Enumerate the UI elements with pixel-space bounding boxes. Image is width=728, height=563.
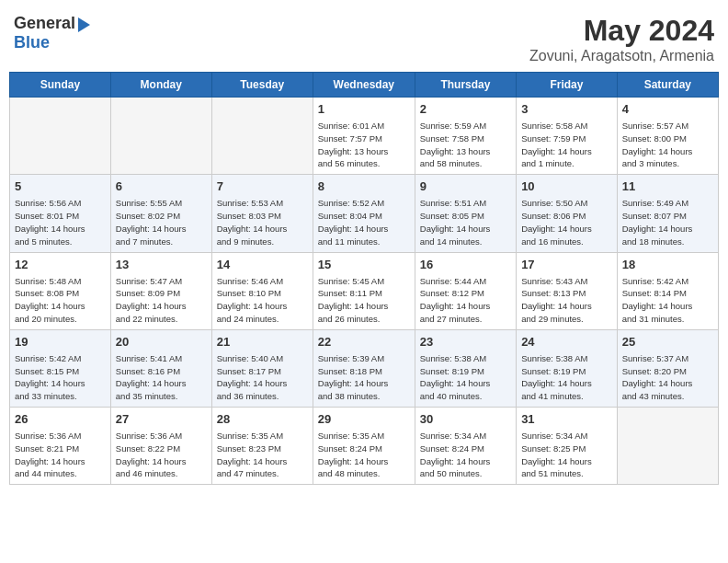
calendar-table: Sunday Monday Tuesday Wednesday Thursday… xyxy=(9,72,719,485)
calendar-cell: 13Sunrise: 5:47 AM Sunset: 8:09 PM Dayli… xyxy=(110,252,211,329)
day-number: 12 xyxy=(15,257,106,273)
day-info: Sunrise: 5:55 AM Sunset: 8:02 PM Dayligh… xyxy=(116,197,207,247)
col-friday: Friday xyxy=(517,73,618,98)
calendar-cell xyxy=(617,408,718,485)
calendar-cell: 2Sunrise: 5:59 AM Sunset: 7:58 PM Daylig… xyxy=(415,98,516,175)
calendar-cell: 23Sunrise: 5:38 AM Sunset: 8:19 PM Dayli… xyxy=(415,329,516,407)
day-info: Sunrise: 5:48 AM Sunset: 8:08 PM Dayligh… xyxy=(15,275,106,326)
day-info: Sunrise: 5:35 AM Sunset: 8:23 PM Dayligh… xyxy=(217,430,308,480)
calendar-header-row: Sunday Monday Tuesday Wednesday Thursday… xyxy=(10,73,719,98)
day-info: Sunrise: 5:56 AM Sunset: 8:01 PM Dayligh… xyxy=(15,197,106,247)
col-saturday: Saturday xyxy=(617,73,718,98)
calendar-cell: 7Sunrise: 5:53 AM Sunset: 8:03 PM Daylig… xyxy=(211,175,313,252)
calendar-cell: 17Sunrise: 5:43 AM Sunset: 8:13 PM Dayli… xyxy=(517,252,618,329)
calendar-cell: 9Sunrise: 5:51 AM Sunset: 8:05 PM Daylig… xyxy=(415,175,516,252)
logo-blue: Blue xyxy=(14,33,50,52)
calendar-cell: 11Sunrise: 5:49 AM Sunset: 8:07 PM Dayli… xyxy=(617,175,718,252)
day-number: 27 xyxy=(116,411,207,428)
calendar-cell: 15Sunrise: 5:45 AM Sunset: 8:11 PM Dayli… xyxy=(313,252,415,329)
calendar-cell: 14Sunrise: 5:46 AM Sunset: 8:10 PM Dayli… xyxy=(211,252,313,329)
day-info: Sunrise: 5:34 AM Sunset: 8:25 PM Dayligh… xyxy=(521,430,612,480)
calendar-cell: 28Sunrise: 5:35 AM Sunset: 8:23 PM Dayli… xyxy=(211,408,313,485)
calendar-cell: 31Sunrise: 5:34 AM Sunset: 8:25 PM Dayli… xyxy=(517,408,618,485)
day-info: Sunrise: 5:43 AM Sunset: 8:13 PM Dayligh… xyxy=(521,275,612,326)
day-number: 14 xyxy=(217,257,308,273)
calendar-cell: 19Sunrise: 5:42 AM Sunset: 8:15 PM Dayli… xyxy=(10,329,111,407)
day-info: Sunrise: 5:36 AM Sunset: 8:21 PM Dayligh… xyxy=(15,430,106,480)
calendar-cell: 25Sunrise: 5:37 AM Sunset: 8:20 PM Dayli… xyxy=(617,329,718,407)
day-number: 1 xyxy=(318,101,410,118)
col-tuesday: Tuesday xyxy=(211,73,313,98)
day-number: 16 xyxy=(420,257,511,273)
day-number: 5 xyxy=(15,178,106,195)
calendar-week-row: 12Sunrise: 5:48 AM Sunset: 8:08 PM Dayli… xyxy=(10,252,719,329)
day-number: 18 xyxy=(622,257,713,273)
calendar-cell: 24Sunrise: 5:38 AM Sunset: 8:19 PM Dayli… xyxy=(517,329,618,407)
day-info: Sunrise: 5:50 AM Sunset: 8:06 PM Dayligh… xyxy=(521,197,612,247)
calendar-cell xyxy=(211,98,313,175)
calendar-cell: 10Sunrise: 5:50 AM Sunset: 8:06 PM Dayli… xyxy=(517,175,618,252)
day-info: Sunrise: 5:38 AM Sunset: 8:19 PM Dayligh… xyxy=(420,352,511,403)
day-number: 17 xyxy=(521,257,612,273)
calendar-cell: 27Sunrise: 5:36 AM Sunset: 8:22 PM Dayli… xyxy=(110,408,211,485)
calendar-cell: 3Sunrise: 5:58 AM Sunset: 7:59 PM Daylig… xyxy=(517,98,618,175)
calendar-cell: 8Sunrise: 5:52 AM Sunset: 8:04 PM Daylig… xyxy=(313,175,415,252)
calendar-cell: 22Sunrise: 5:39 AM Sunset: 8:18 PM Dayli… xyxy=(313,329,415,407)
day-number: 25 xyxy=(622,334,713,350)
day-info: Sunrise: 5:46 AM Sunset: 8:10 PM Dayligh… xyxy=(217,275,308,326)
day-info: Sunrise: 5:37 AM Sunset: 8:20 PM Dayligh… xyxy=(622,352,713,403)
calendar-cell: 20Sunrise: 5:41 AM Sunset: 8:16 PM Dayli… xyxy=(110,329,211,407)
day-number: 10 xyxy=(521,178,612,195)
day-number: 21 xyxy=(217,334,308,350)
day-info: Sunrise: 5:34 AM Sunset: 8:24 PM Dayligh… xyxy=(420,430,511,480)
calendar-week-row: 1Sunrise: 6:01 AM Sunset: 7:57 PM Daylig… xyxy=(10,98,719,175)
logo: General Blue xyxy=(14,14,90,52)
day-number: 26 xyxy=(15,411,106,428)
calendar-cell: 18Sunrise: 5:42 AM Sunset: 8:14 PM Dayli… xyxy=(617,252,718,329)
day-info: Sunrise: 5:41 AM Sunset: 8:16 PM Dayligh… xyxy=(116,352,207,403)
col-monday: Monday xyxy=(110,73,211,98)
page-header: General Blue May 2024 Zovuni, Aragatsotn… xyxy=(9,9,719,64)
day-info: Sunrise: 6:01 AM Sunset: 7:57 PM Dayligh… xyxy=(318,120,410,170)
day-info: Sunrise: 5:45 AM Sunset: 8:11 PM Dayligh… xyxy=(318,275,410,326)
day-number: 2 xyxy=(420,101,511,118)
day-number: 3 xyxy=(521,101,612,118)
day-number: 30 xyxy=(420,411,511,428)
calendar-cell: 30Sunrise: 5:34 AM Sunset: 8:24 PM Dayli… xyxy=(415,408,516,485)
day-number: 7 xyxy=(217,178,308,195)
day-info: Sunrise: 5:44 AM Sunset: 8:12 PM Dayligh… xyxy=(420,275,511,326)
day-info: Sunrise: 5:39 AM Sunset: 8:18 PM Dayligh… xyxy=(318,352,410,403)
day-info: Sunrise: 5:51 AM Sunset: 8:05 PM Dayligh… xyxy=(420,197,511,247)
logo-triangle-icon xyxy=(78,17,90,32)
day-number: 23 xyxy=(420,334,511,350)
day-number: 9 xyxy=(420,178,511,195)
day-info: Sunrise: 5:59 AM Sunset: 7:58 PM Dayligh… xyxy=(420,120,511,170)
day-number: 6 xyxy=(116,178,207,195)
day-number: 31 xyxy=(521,411,612,428)
location-title: Zovuni, Aragatsotn, Armenia xyxy=(529,48,714,64)
calendar-cell xyxy=(10,98,111,175)
calendar-cell xyxy=(110,98,211,175)
day-number: 4 xyxy=(622,101,713,118)
calendar-week-row: 26Sunrise: 5:36 AM Sunset: 8:21 PM Dayli… xyxy=(10,408,719,485)
day-info: Sunrise: 5:49 AM Sunset: 8:07 PM Dayligh… xyxy=(622,197,713,247)
day-info: Sunrise: 5:38 AM Sunset: 8:19 PM Dayligh… xyxy=(521,352,612,403)
calendar-cell: 29Sunrise: 5:35 AM Sunset: 8:24 PM Dayli… xyxy=(313,408,415,485)
day-number: 29 xyxy=(318,411,410,428)
calendar-cell: 26Sunrise: 5:36 AM Sunset: 8:21 PM Dayli… xyxy=(10,408,111,485)
col-thursday: Thursday xyxy=(415,73,516,98)
day-number: 8 xyxy=(318,178,410,195)
month-title: May 2024 xyxy=(529,14,714,48)
day-info: Sunrise: 5:58 AM Sunset: 7:59 PM Dayligh… xyxy=(521,120,612,170)
day-number: 11 xyxy=(622,178,713,195)
col-wednesday: Wednesday xyxy=(313,73,415,98)
calendar-week-row: 5Sunrise: 5:56 AM Sunset: 8:01 PM Daylig… xyxy=(10,175,719,252)
day-info: Sunrise: 5:52 AM Sunset: 8:04 PM Dayligh… xyxy=(318,197,410,247)
day-number: 19 xyxy=(15,334,106,350)
day-number: 22 xyxy=(318,334,410,350)
day-info: Sunrise: 5:40 AM Sunset: 8:17 PM Dayligh… xyxy=(217,352,308,403)
calendar-cell: 1Sunrise: 6:01 AM Sunset: 7:57 PM Daylig… xyxy=(313,98,415,175)
title-block: May 2024 Zovuni, Aragatsotn, Armenia xyxy=(529,14,714,64)
col-sunday: Sunday xyxy=(10,73,111,98)
day-info: Sunrise: 5:36 AM Sunset: 8:22 PM Dayligh… xyxy=(116,430,207,480)
